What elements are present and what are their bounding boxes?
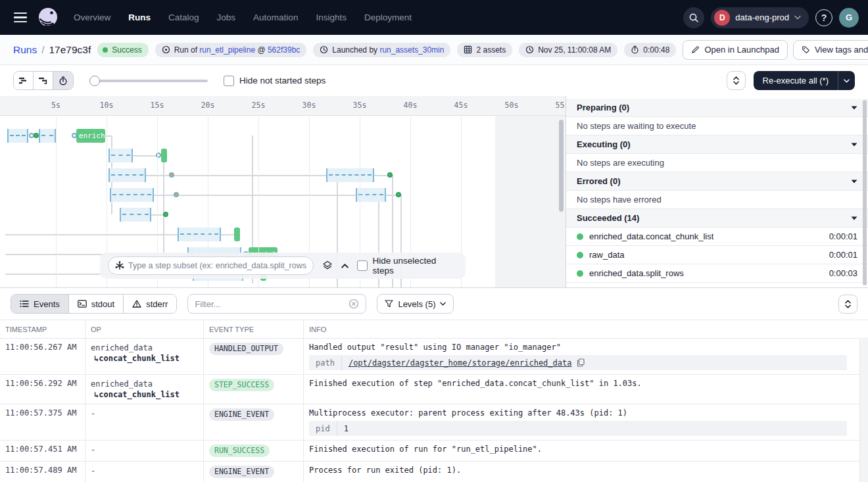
section-header-errored[interactable]: Errored (0) <box>566 172 868 191</box>
gantt-step-dot-green[interactable] <box>163 212 168 217</box>
tag-assets[interactable]: 2 assets <box>457 43 512 57</box>
reexecute-all-button[interactable]: Re-execute all (*) <box>754 71 838 90</box>
gantt-step-bar[interactable] <box>234 228 240 241</box>
gantt-step-dot-green[interactable] <box>34 133 39 138</box>
gantt-vertical-scrollbar[interactable] <box>559 120 564 212</box>
waterfall-view-button[interactable] <box>34 72 53 89</box>
succeeded-step-item[interactable]: enriched_data.concat_chunk_list0:00:01 <box>566 228 868 246</box>
hide-not-started-checkbox[interactable] <box>224 76 234 86</box>
hide-unselected-checkbox[interactable] <box>357 260 368 271</box>
event-type-badge: HANDLED_OUTPUT <box>209 343 283 355</box>
event-log-toolbar: Events stdout stderr Levels (5) <box>0 288 868 320</box>
nav-item-automation[interactable]: Automation <box>253 12 298 22</box>
metadata-value[interactable]: /opt/dagster/dagster_home/storage/enrich… <box>342 358 592 368</box>
clear-filter-icon[interactable] <box>349 299 359 309</box>
pipeline-link[interactable]: run_etl_pipeline <box>199 45 255 55</box>
copy-icon[interactable] <box>577 358 585 367</box>
section-header-executing[interactable]: Executing (0) <box>566 135 868 154</box>
gantt-step-dot-amber[interactable] <box>174 192 179 197</box>
event-type-cell: ENGINE_EVENT <box>204 462 304 482</box>
event-log-row[interactable]: 11:00:57.451 AM-RUN_SUCCESSFinished exec… <box>0 441 868 462</box>
open-in-launchpad-button[interactable]: Open in Launchpad <box>683 40 787 60</box>
gantt-wait-box[interactable] <box>39 129 56 143</box>
expand-collapse-panels-button[interactable] <box>727 71 746 90</box>
commit-link[interactable]: 562f39bc <box>268 45 300 55</box>
axis-tick-label: 40s <box>404 101 418 110</box>
caret-down-icon <box>851 143 857 147</box>
event-log-row[interactable]: 11:00:56.267 AMenriched_data↳concat_chun… <box>0 339 868 375</box>
clock-icon <box>525 45 534 54</box>
gantt-connector-line <box>5 234 178 235</box>
nav-item-overview[interactable]: Overview <box>74 12 110 22</box>
workspace-switcher[interactable]: D data-eng-prod <box>711 7 809 28</box>
log-scrollbar-track[interactable] <box>859 339 868 482</box>
log-expand-collapse-button[interactable] <box>838 295 857 314</box>
dagster-logo-icon[interactable] <box>37 7 59 29</box>
schedule-link[interactable]: run_assets_30min <box>379 45 444 55</box>
succeeded-step-item[interactable]: raw_data0:00:01 <box>566 246 868 264</box>
col-timestamp: TIMESTAMP <box>0 320 85 338</box>
gantt-zoom-slider[interactable] <box>89 76 208 86</box>
event-op: - <box>85 441 204 461</box>
layers-icon[interactable] <box>322 260 333 271</box>
gantt-wait-box[interactable] <box>108 149 133 162</box>
tab-events[interactable]: Events <box>11 295 69 313</box>
breadcrumb-runs-link[interactable]: Runs <box>13 44 37 56</box>
event-op: enriched_data↳concat_chunk_list <box>85 375 204 404</box>
succeeded-step-item[interactable]: enriched_data.split_rows0:00:03 <box>566 264 868 283</box>
event-log-row[interactable]: 11:00:57.489 AM-ENGINE_EVENTProcess for … <box>0 462 868 482</box>
success-dot-icon <box>577 233 583 240</box>
gantt-wait-box[interactable] <box>110 188 155 202</box>
nav-item-deployment[interactable]: Deployment <box>364 12 412 22</box>
succeeded-step-item[interactable]: enriched_data.process_chunk[0]0:00:01 <box>566 283 868 287</box>
gantt-wait-box[interactable] <box>108 168 146 182</box>
nav-item-catalog[interactable]: Catalog <box>168 12 199 22</box>
section-header-preparing[interactable]: Preparing (0) <box>566 99 868 117</box>
workspace-label: data-eng-prod <box>735 12 789 22</box>
log-filter-input[interactable] <box>195 299 343 309</box>
flat-view-button[interactable] <box>14 72 34 89</box>
slider-handle[interactable] <box>89 76 100 86</box>
gantt-wait-box[interactable] <box>326 168 374 182</box>
reexecute-split-button: Re-execute all (*) <box>754 71 855 90</box>
gantt-step-dot-amber[interactable] <box>169 172 174 178</box>
gantt-step-bar[interactable] <box>161 149 167 162</box>
tab-stdout[interactable]: stdout <box>69 295 124 313</box>
search-icon <box>688 12 699 23</box>
pencil-icon <box>691 45 700 54</box>
tab-stderr[interactable]: stderr <box>124 295 176 313</box>
event-info: Multiprocess executor: parent process ex… <box>304 404 868 440</box>
reexecute-menu-button[interactable] <box>838 71 855 90</box>
axis-tick-label: 15s <box>151 101 164 110</box>
gantt-step-bar[interactable]: enriche… <box>76 129 105 143</box>
step-subset-input[interactable] <box>128 261 306 270</box>
timed-view-button[interactable] <box>53 72 73 89</box>
collapse-chevron-icon[interactable] <box>341 264 349 268</box>
gantt-wait-box[interactable] <box>7 129 28 143</box>
help-button[interactable]: ? <box>815 9 832 26</box>
nav-item-jobs[interactable]: Jobs <box>217 12 236 22</box>
step-selector-overlay: Hide unselected steps <box>100 253 466 279</box>
gantt-wait-box[interactable] <box>120 208 151 222</box>
avatar[interactable]: G <box>839 8 859 28</box>
nav-item-runs[interactable]: Runs <box>128 12 151 22</box>
hide-unselected-control[interactable]: Hide unselected steps <box>357 256 458 276</box>
nav-item-insights[interactable]: Insights <box>316 12 347 22</box>
gantt-connector-line <box>133 155 158 157</box>
caret-down-icon <box>851 106 857 110</box>
event-log-row[interactable]: 11:00:56.292 AMenriched_data↳concat_chun… <box>0 375 868 404</box>
empty-state-executing: No steps are executing <box>566 154 868 172</box>
hide-not-started-control[interactable]: Hide not started steps <box>224 76 326 86</box>
view-tags-config-button[interactable]: View tags and config <box>793 40 868 60</box>
col-op: OP <box>85 320 204 338</box>
gantt-step-dot-green[interactable] <box>396 192 401 197</box>
axis-tick-label: 45s <box>454 101 468 110</box>
axis-tick-label: 35s <box>353 101 367 110</box>
search-button[interactable] <box>683 7 704 28</box>
levels-filter-button[interactable]: Levels (5) <box>377 294 454 314</box>
sidebar-scrollbar[interactable] <box>863 100 867 285</box>
event-log-row[interactable]: 11:00:57.375 AM-ENGINE_EVENTMultiprocess… <box>0 404 868 441</box>
section-header-succeeded[interactable]: Succeeded (14) <box>566 209 868 228</box>
gantt-wait-box[interactable] <box>178 228 221 241</box>
hamburger-menu-icon[interactable] <box>9 7 32 29</box>
